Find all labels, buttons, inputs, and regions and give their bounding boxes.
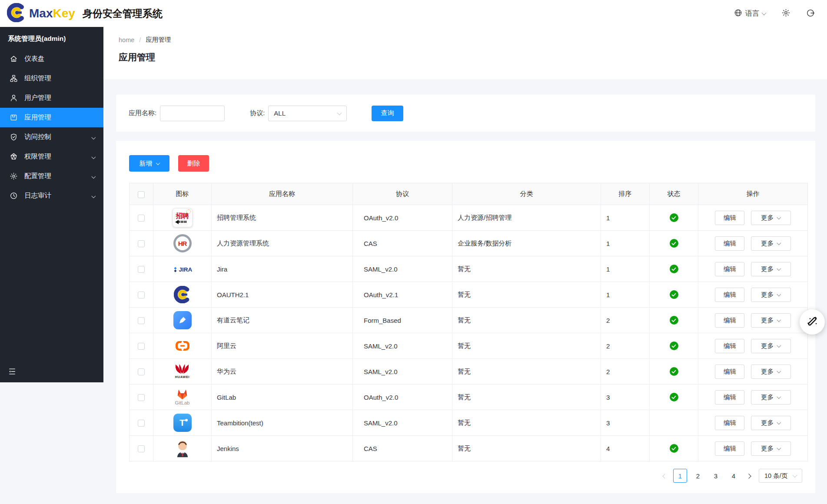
row-checkbox[interactable] (138, 368, 145, 375)
status-active-icon (670, 367, 678, 376)
more-button-label: 更多 (761, 214, 774, 222)
language-label: 语言 (745, 9, 759, 18)
sidebar-item-dashboard[interactable]: 仪表盘 (0, 49, 103, 69)
add-button[interactable]: 新增 (129, 155, 169, 172)
page-number-1[interactable]: 1 (673, 469, 687, 483)
row-checkbox[interactable] (138, 420, 145, 427)
protocol-cell: SAML_v2.0 (353, 359, 452, 385)
protocol-cell: OAuth_v2.0 (353, 385, 452, 410)
previous-page-button[interactable] (661, 471, 669, 481)
sidebar-collapse-button[interactable] (8, 367, 17, 377)
dashboard-icon (10, 55, 18, 63)
sidebar-item-perm[interactable]: 权限管理 (0, 147, 103, 166)
search-button[interactable]: 查询 (372, 106, 403, 121)
logout-button[interactable] (806, 9, 815, 19)
more-button[interactable]: 更多 (751, 313, 791, 328)
breadcrumb-home-link[interactable]: home (119, 36, 134, 43)
app-icon-huawei: HUAWEI (175, 364, 190, 379)
sidebar-item-label: 用户管理 (24, 93, 51, 103)
more-button[interactable]: 更多 (751, 416, 791, 430)
app-name-input[interactable] (160, 106, 225, 121)
breadcrumb-current: 应用管理 (146, 36, 171, 44)
sidebar-item-app[interactable]: 应用管理 (0, 108, 103, 127)
more-button[interactable]: 更多 (751, 236, 791, 251)
page-number-4[interactable]: 4 (727, 469, 741, 483)
sidebar-item-label: 配置管理 (24, 172, 51, 181)
chevron-down-icon (777, 215, 781, 219)
row-checkbox[interactable] (138, 445, 145, 452)
chevron-down-icon (92, 172, 95, 180)
breadcrumb-separator: / (139, 36, 141, 43)
next-page-button[interactable] (744, 471, 753, 481)
sidebar-item-audit[interactable]: 日志审计 (0, 186, 103, 206)
page-number-2[interactable]: 2 (691, 469, 705, 483)
table-toolbar: 新增 删除 (129, 155, 807, 172)
edit-button[interactable]: 编辑 (715, 365, 744, 379)
sidebar-item-label: 访问控制 (24, 133, 51, 142)
theme-wand-button[interactable] (800, 309, 825, 335)
more-button[interactable]: 更多 (751, 441, 791, 456)
main-content: home / 应用管理 应用管理 应用名称: 协议: ALL 查询 新增 删除 (103, 27, 827, 504)
table-row: HR 人力资源管理系统 CAS 企业服务/数据分析 1 编辑 更多 (130, 231, 808, 256)
table-row: OAUTH2.1 OAuth_v2.1 暂无 1 编辑 更多 (130, 282, 808, 308)
sidebar-item-org[interactable]: 组织管理 (0, 69, 103, 88)
protocol-cell: CAS (353, 231, 452, 256)
edit-button[interactable]: 编辑 (715, 262, 744, 276)
category-cell: 暂无 (452, 282, 601, 308)
row-checkbox[interactable] (138, 317, 145, 324)
chevron-down-icon (761, 10, 766, 15)
edit-button[interactable]: 编辑 (715, 441, 744, 456)
row-checkbox[interactable] (138, 343, 145, 350)
protocol-cell: CAS (353, 436, 452, 461)
column-header-sort: 排序 (601, 183, 650, 205)
category-cell: 暂无 (452, 436, 601, 461)
table-row: Jenkins CAS 暂无 4 编辑 更多 (130, 436, 808, 461)
status-active-icon (670, 393, 678, 401)
status-active-icon (670, 444, 678, 453)
page-number-list: 1234 (673, 469, 741, 483)
protocol-select[interactable]: ALL (268, 106, 347, 121)
app-name-cell: Jenkins (212, 436, 353, 461)
column-header-category: 分类 (452, 183, 601, 205)
edit-button[interactable]: 编辑 (715, 416, 744, 430)
more-button-label: 更多 (761, 368, 774, 376)
sidebar-item-label: 仪表盘 (24, 54, 45, 63)
row-checkbox[interactable] (138, 292, 145, 298)
table-row: 招聘 招聘管理系统 OAuth_v2.0 人力资源/招聘管理 1 编辑 更多 (130, 205, 808, 231)
edit-button[interactable]: 编辑 (715, 339, 744, 353)
table-row: 阿里云 SAML_v2.0 暂无 2 编辑 更多 (130, 333, 808, 359)
sidebar-item-user[interactable]: 用户管理 (0, 88, 103, 108)
row-checkbox[interactable] (138, 240, 145, 247)
edit-button[interactable]: 编辑 (715, 313, 744, 328)
more-button[interactable]: 更多 (751, 288, 791, 302)
edit-button[interactable]: 编辑 (715, 211, 744, 225)
page-number-3[interactable]: 3 (709, 469, 723, 483)
category-cell: 暂无 (452, 308, 601, 333)
sidebar-item-label: 权限管理 (24, 152, 51, 161)
page-size-select[interactable]: 10 条/页 (759, 469, 802, 483)
more-button[interactable]: 更多 (751, 365, 791, 379)
edit-button[interactable]: 编辑 (715, 288, 744, 302)
sidebar-item-config[interactable]: 配置管理 (0, 166, 103, 186)
row-checkbox[interactable] (138, 266, 145, 273)
more-button[interactable]: 更多 (751, 390, 791, 405)
more-button[interactable]: 更多 (751, 211, 791, 225)
edit-button[interactable]: 编辑 (715, 236, 744, 251)
settings-button[interactable] (781, 8, 790, 19)
sort-cell: 1 (601, 282, 650, 308)
row-checkbox[interactable] (138, 215, 145, 222)
language-switcher[interactable]: 语言 (734, 9, 766, 19)
app-name-cell: 华为云 (212, 359, 353, 385)
select-all-checkbox[interactable] (138, 191, 145, 198)
chevron-down-icon (92, 192, 95, 200)
protocol-cell: SAML_v2.0 (353, 410, 452, 436)
sidebar-item-label: 组织管理 (24, 74, 51, 83)
row-checkbox[interactable] (138, 394, 145, 401)
edit-button[interactable]: 编辑 (715, 390, 744, 405)
more-button[interactable]: 更多 (751, 262, 791, 276)
column-header-status: 状态 (650, 183, 698, 205)
more-button[interactable]: 更多 (751, 339, 791, 353)
delete-button[interactable]: 删除 (178, 155, 209, 172)
sidebar-item-access[interactable]: 访问控制 (0, 127, 103, 147)
brand-logo: MaxKey 身份安全管理系统 (7, 3, 163, 24)
